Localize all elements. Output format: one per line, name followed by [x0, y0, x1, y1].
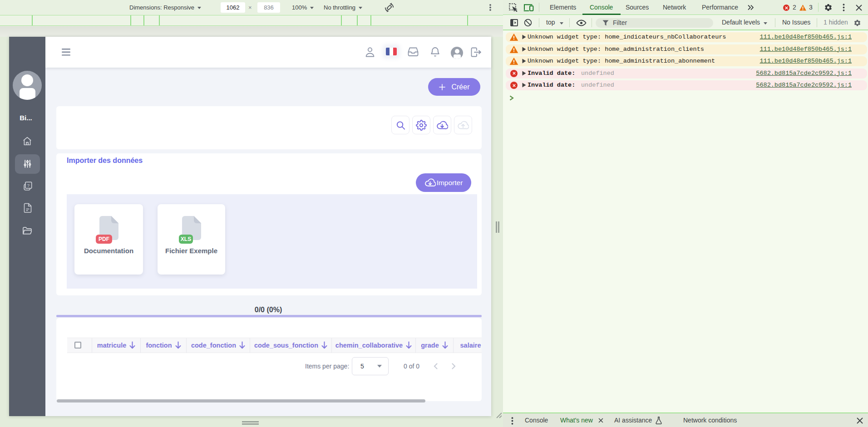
- svg-text:?: ?: [27, 183, 30, 188]
